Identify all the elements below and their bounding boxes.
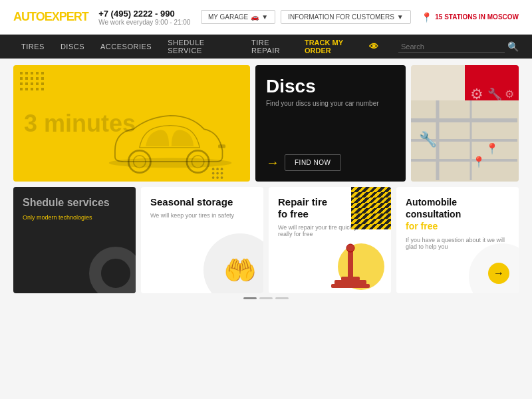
svg-point-8 xyxy=(221,168,223,170)
car-icon: 🚗 xyxy=(251,13,259,21)
chevron-down-icon: ▼ xyxy=(261,13,268,21)
svg-point-0 xyxy=(109,158,232,168)
nav-tire-repair[interactable]: TIRE REPAIR xyxy=(243,35,305,59)
map-area: 🔧 📍 📍 xyxy=(411,100,519,182)
seasonal-decoration: 🤲 xyxy=(203,233,263,293)
track-order[interactable]: TRACK MY ORDER 👁 xyxy=(305,39,378,55)
svg-point-9 xyxy=(212,172,215,175)
location-icon: 📍 xyxy=(421,12,432,23)
map-pin2-icon: 📍 xyxy=(472,156,485,168)
wrench-icon: 🔧 xyxy=(487,87,502,102)
svg-point-14 xyxy=(221,176,223,179)
logo-text: AUTOEXPERT xyxy=(13,10,88,23)
search-icon[interactable]: 🔍 xyxy=(507,41,519,52)
svg-point-7 xyxy=(216,168,219,170)
consult-title-text: Automobile consultation xyxy=(406,197,461,219)
svg-rect-23 xyxy=(331,284,370,288)
nav-accessories[interactable]: ACCESORIES xyxy=(92,35,160,59)
tire-decoration xyxy=(89,247,136,293)
navigation: TIRES DISCS ACCESORIES SHEDULE SERVICE T… xyxy=(0,35,532,59)
garage-label: MY GARAGE xyxy=(208,13,248,21)
page-dot-3 xyxy=(275,297,289,299)
nav-schedule[interactable]: SHEDULE SERVICE xyxy=(160,35,243,59)
repair-title-text: Repair tire xyxy=(278,196,327,207)
arrow-icon: → xyxy=(266,155,279,170)
find-now-button[interactable]: FIND NOW xyxy=(285,154,341,171)
info-label: INFORMATION FOR CUSTOMERS xyxy=(288,13,394,21)
schedule-banner: Shedule services Only modern technologie… xyxy=(13,187,136,293)
discs-banner: Discs Find your discs using your car num… xyxy=(255,65,406,182)
logo: AUTOEXPERT xyxy=(13,10,88,24)
top-banners: 3 minutes xyxy=(13,65,519,182)
svg-point-13 xyxy=(216,176,219,179)
consult-arrow-button[interactable]: → xyxy=(488,263,509,284)
stations-label: 15 STATIONS IN MOSCOW xyxy=(435,13,519,21)
hand-icon: 🤲 xyxy=(223,255,257,286)
discs-subtitle: Find your discs using your car number xyxy=(266,100,395,107)
working-hours: We work everyday 9:00 - 21:00 xyxy=(98,19,190,26)
discs-cta: → FIND NOW xyxy=(266,154,395,171)
header: AUTOEXPERT +7 (495) 2222 - 990 We work e… xyxy=(0,0,532,35)
eye-icon: 👁 xyxy=(369,41,378,52)
consult-free-text: for free xyxy=(406,221,438,231)
svg-point-10 xyxy=(216,172,219,175)
car-illustration xyxy=(90,95,250,182)
jack-decoration xyxy=(325,240,391,293)
main-content: 3 minutes xyxy=(0,59,532,306)
page-dot-2 xyxy=(259,297,273,299)
svg-point-24 xyxy=(346,244,354,252)
consult-banner: Automobile consultation for free If you … xyxy=(396,187,519,293)
map-pin1-icon: 📍 xyxy=(485,142,499,155)
chevron-down-icon: ▼ xyxy=(397,13,404,21)
seasonal-banner: Seasonal storage We will keep your tires… xyxy=(141,187,263,293)
svg-point-12 xyxy=(212,176,215,179)
page-dot-1 xyxy=(243,297,257,299)
my-garage-button[interactable]: MY GARAGE 🚗 ▼ xyxy=(201,10,275,24)
repair-free-text: fo free xyxy=(278,208,309,219)
search-input[interactable] xyxy=(398,41,505,53)
svg-point-11 xyxy=(221,172,223,175)
nav-discs[interactable]: DISCS xyxy=(53,35,92,59)
nav-tires[interactable]: TIRES xyxy=(13,35,53,59)
schedule-title: Shedule services xyxy=(23,196,126,209)
bottom-banners: Shedule services Only modern technologie… xyxy=(13,187,519,293)
header-contact: +7 (495) 2222 - 990 We work everyday 9:0… xyxy=(98,9,190,26)
stations-info: 📍 15 STATIONS IN MOSCOW xyxy=(421,12,519,23)
map-wrench-icon: 🔧 xyxy=(419,131,437,148)
info-button[interactable]: INFORMATION FOR CUSTOMERS ▼ xyxy=(281,10,411,24)
svg-point-6 xyxy=(212,168,215,170)
svg-rect-5 xyxy=(218,144,225,148)
seasonal-subtitle: We will keep your tires in safety xyxy=(150,212,254,219)
repair-banner: Repair tire fo free We will repair your … xyxy=(269,187,391,293)
gear2-icon: ⚙ xyxy=(505,88,514,100)
header-buttons: MY GARAGE 🚗 ▼ INFORMATION FOR CUSTOMERS … xyxy=(201,10,411,24)
seasonal-title: Seasonal storage xyxy=(150,196,254,208)
stripe-decoration xyxy=(351,187,391,240)
search-area: 🔍 xyxy=(398,41,519,53)
consult-title: Automobile consultation for free xyxy=(406,196,509,233)
discs-title: Discs xyxy=(266,76,395,97)
yellow-car-banner: 3 minutes xyxy=(13,65,250,182)
track-label: TRACK MY ORDER xyxy=(305,39,365,55)
page-indicator xyxy=(13,297,519,299)
schedule-subtitle: Only modern technologies xyxy=(23,214,126,221)
decorative-dots xyxy=(20,72,47,98)
phone-number: +7 (495) 2222 - 990 xyxy=(98,9,175,19)
map-banner: ⚙ 🔧 ⚙ 🔧 📍 📍 xyxy=(411,65,519,182)
